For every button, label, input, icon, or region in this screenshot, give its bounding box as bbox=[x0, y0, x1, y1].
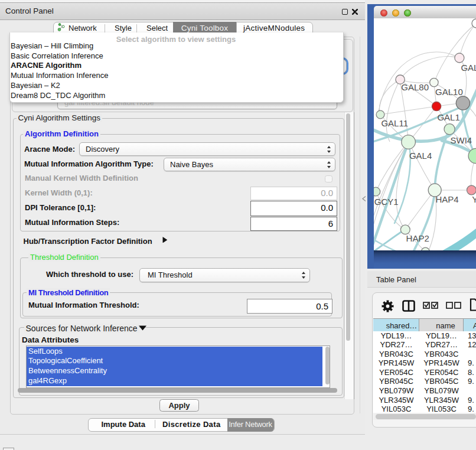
svg-text:GAL1: GAL1 bbox=[437, 112, 459, 122]
svg-text:GAL80: GAL80 bbox=[401, 82, 429, 92]
svg-text:GAL: GAL bbox=[461, 63, 476, 73]
svg-text:HAP2: HAP2 bbox=[406, 233, 429, 243]
svg-text:Y: Y bbox=[472, 194, 476, 204]
svg-text:HAP4: HAP4 bbox=[436, 194, 459, 204]
svg-text:GAL11: GAL11 bbox=[381, 118, 408, 128]
svg-text:GAL10: GAL10 bbox=[435, 87, 463, 97]
svg-text:GAL4: GAL4 bbox=[409, 151, 432, 161]
svg-text:GCY1: GCY1 bbox=[374, 197, 399, 207]
svg-text:SWI4: SWI4 bbox=[451, 135, 472, 145]
